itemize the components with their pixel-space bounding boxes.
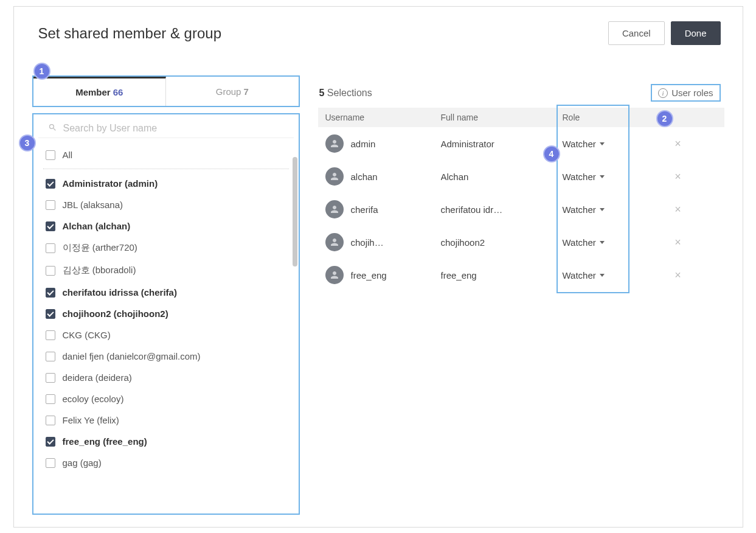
- user-roles-link[interactable]: i User roles: [651, 84, 720, 102]
- member-row[interactable]: daniel fjen (danielcor@gmail.com): [43, 346, 289, 367]
- tab-group[interactable]: Group 7: [166, 77, 299, 106]
- remove-button[interactable]: ×: [660, 269, 696, 282]
- tab-group-count: 7: [243, 86, 248, 97]
- checkbox[interactable]: [46, 243, 55, 253]
- remove-button[interactable]: ×: [660, 203, 696, 216]
- member-row[interactable]: cherifatou idrissa (cherifa): [43, 282, 289, 303]
- member-row[interactable]: deidera (deidera): [43, 367, 289, 388]
- fullname-cell: chojihoon2: [441, 237, 538, 248]
- role-label: Watcher: [563, 270, 596, 280]
- member-label: 이정윤 (arther720): [63, 242, 137, 254]
- member-row[interactable]: Administrator (admin): [43, 173, 289, 194]
- member-row[interactable]: Alchan (alchan): [43, 215, 289, 237]
- checkbox[interactable]: [46, 437, 55, 447]
- checkbox[interactable]: [46, 458, 55, 468]
- member-row-all[interactable]: All: [43, 144, 289, 169]
- tab-member-label: Member: [75, 87, 111, 97]
- role-label: Watcher: [563, 172, 596, 182]
- member-row[interactable]: CKG (CKG): [43, 324, 289, 346]
- remove-button[interactable]: ×: [660, 170, 696, 183]
- username-cell: chojih…: [351, 237, 384, 248]
- member-label: chojihoon2 (chojihoon2): [63, 308, 168, 319]
- member-label: CKG (CKG): [63, 330, 111, 340]
- modal-header: Set shared member & group Cancel Done: [14, 7, 743, 51]
- tabs: Member 66 Group 7: [32, 75, 300, 107]
- checkbox[interactable]: [46, 288, 55, 298]
- member-list[interactable]: All Administrator (admin)JBL (alaksana)A…: [33, 138, 299, 503]
- username-cell: free_eng: [351, 270, 387, 280]
- selection-row: alchanAlchanWatcher×: [318, 160, 724, 193]
- member-row[interactable]: chojihoon2 (chojihoon2): [43, 303, 289, 324]
- fullname-cell: free_eng: [441, 270, 538, 280]
- checkbox[interactable]: [46, 330, 55, 340]
- role-dropdown[interactable]: Watcher: [563, 139, 660, 149]
- selection-row: cherifacherifatou idr…Watcher×: [318, 193, 724, 226]
- fullname-cell: Alchan: [441, 172, 538, 182]
- checkbox[interactable]: [46, 373, 55, 383]
- selections-count: 5 Selections: [319, 88, 372, 99]
- search-input[interactable]: [63, 123, 284, 134]
- selection-row: chojih…chojihoon2Watcher×: [318, 226, 724, 259]
- chevron-down-icon: [600, 175, 605, 178]
- scrollbar[interactable]: [293, 157, 297, 511]
- chevron-down-icon: [600, 274, 605, 277]
- share-modal: 1 2 3 4 Set shared member & group Cancel…: [13, 6, 743, 528]
- col-username: Username: [325, 113, 441, 122]
- member-label: ecoloy (ecoloy): [63, 394, 124, 404]
- member-label: daniel fjen (danielcor@gmail.com): [63, 351, 201, 361]
- chevron-down-icon: [600, 208, 605, 211]
- member-label: Alchan (alchan): [63, 221, 131, 231]
- cancel-button[interactable]: Cancel: [608, 21, 665, 45]
- checkbox[interactable]: [46, 309, 55, 319]
- checkbox[interactable]: [46, 416, 55, 425]
- checkbox[interactable]: [46, 266, 55, 276]
- member-row[interactable]: Felix Ye (felix): [43, 409, 289, 431]
- username-cell: alchan: [351, 172, 378, 182]
- col-role: Role: [563, 113, 660, 122]
- chevron-down-icon: [600, 241, 605, 244]
- all-label: All: [63, 150, 73, 160]
- member-row[interactable]: 김상호 (bboradoli): [43, 259, 289, 282]
- tab-member[interactable]: Member 66: [33, 77, 167, 106]
- checkbox[interactable]: [46, 221, 55, 231]
- annotation-badge-2: 2: [656, 110, 673, 127]
- member-label: cherifatou idrissa (cherifa): [63, 287, 177, 298]
- selection-row: adminAdministratorWatcher×: [318, 127, 724, 160]
- avatar: [325, 134, 344, 153]
- role-dropdown[interactable]: Watcher: [563, 237, 660, 248]
- checkbox-all[interactable]: [46, 150, 55, 160]
- member-label: gag (gag): [63, 458, 102, 468]
- role-dropdown[interactable]: Watcher: [563, 270, 660, 280]
- member-row[interactable]: ecoloy (ecoloy): [43, 388, 289, 409]
- role-dropdown[interactable]: Watcher: [563, 204, 660, 215]
- role-dropdown[interactable]: Watcher: [563, 172, 660, 182]
- scrollbar-thumb[interactable]: [293, 157, 297, 266]
- member-label: Felix Ye (felix): [63, 415, 119, 425]
- remove-button[interactable]: ×: [660, 138, 696, 150]
- tab-member-count: 66: [113, 87, 123, 97]
- done-button[interactable]: Done: [671, 21, 721, 45]
- member-label: Administrator (admin): [63, 178, 158, 189]
- member-row[interactable]: 이정윤 (arther720): [43, 237, 289, 259]
- checkbox[interactable]: [46, 200, 55, 210]
- member-row[interactable]: gag (gag): [43, 452, 289, 473]
- info-icon: i: [658, 88, 668, 98]
- member-label: free_eng (free_eng): [63, 436, 147, 447]
- username-cell: cherifa: [351, 204, 378, 215]
- checkbox[interactable]: [46, 394, 55, 404]
- role-label: Watcher: [563, 237, 596, 248]
- avatar: [325, 167, 344, 186]
- member-label: deidera (deidera): [63, 372, 132, 383]
- checkbox[interactable]: [46, 352, 55, 361]
- selection-row: free_engfree_engWatcher×: [318, 259, 724, 291]
- checkbox[interactable]: [46, 179, 55, 189]
- remove-button[interactable]: ×: [660, 236, 696, 249]
- member-row[interactable]: JBL (alaksana): [43, 194, 289, 215]
- chevron-down-icon: [600, 142, 605, 145]
- member-label: 김상호 (bboradoli): [63, 265, 136, 276]
- member-row[interactable]: free_eng (free_eng): [43, 431, 289, 452]
- selections-table: Username Full name Role adminAdministrat…: [318, 108, 724, 291]
- annotation-badge-3: 3: [19, 134, 36, 152]
- fullname-cell: Administrator: [441, 139, 538, 149]
- member-list-panel: All Administrator (admin)JBL (alaksana)A…: [32, 113, 300, 515]
